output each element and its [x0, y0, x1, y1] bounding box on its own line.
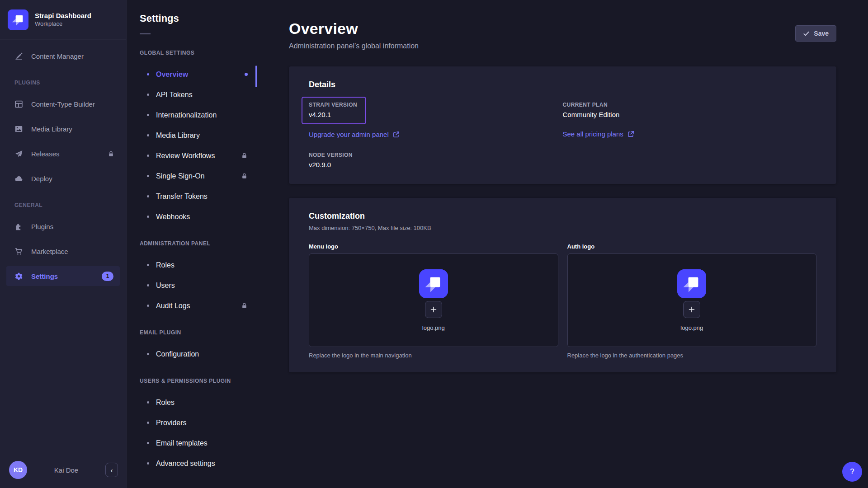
- subnav-item-email-configuration[interactable]: Configuration: [127, 344, 257, 364]
- auth-logo-upload-box[interactable]: logo.png: [567, 253, 817, 347]
- lock-icon: [241, 173, 248, 179]
- subnav-item-advanced-settings[interactable]: Advanced settings: [127, 453, 257, 474]
- bullet-icon: [147, 442, 149, 444]
- sidebar-item-releases[interactable]: Releases: [0, 144, 126, 164]
- customization-card-title: Customization: [309, 211, 816, 221]
- main-nav-list: Content Manager PLUGINS Content-Type Bui…: [0, 40, 126, 454]
- bullet-icon: [147, 175, 149, 177]
- subnav-item-audit-logs[interactable]: Audit Logs: [127, 296, 257, 316]
- workspace-brand[interactable]: Strapi Dashboard Workplace: [0, 0, 126, 40]
- sidebar-item-label: Deploy: [31, 175, 52, 183]
- upgrade-admin-panel-link[interactable]: Upgrade your admin panel: [309, 131, 400, 138]
- strapi-logo-preview: [419, 269, 448, 298]
- save-button[interactable]: Save: [795, 25, 836, 42]
- cloud-icon: [14, 174, 23, 183]
- sidebar-item-marketplace[interactable]: Marketplace: [0, 241, 126, 261]
- auth-logo-label: Auth logo: [567, 243, 817, 250]
- auth-logo-caption: Replace the logo in the authentication p…: [567, 352, 817, 359]
- bullet-icon: [147, 155, 149, 157]
- menu-logo-caption: Replace the logo in the main navigation: [309, 352, 558, 359]
- image-icon: [14, 125, 23, 133]
- subnav-item-email-templates[interactable]: Email templates: [127, 433, 257, 453]
- add-menu-logo-button[interactable]: [425, 301, 442, 318]
- subnav-item-providers[interactable]: Providers: [127, 413, 257, 433]
- sidebar-item-content-type-builder[interactable]: Content-Type Builder: [0, 94, 126, 114]
- page-header: Overview Administration panel’s global i…: [289, 20, 836, 50]
- external-link-icon: [393, 131, 400, 138]
- subnav-section-email-plugin: EMAIL PLUGIN: [127, 329, 257, 336]
- subnav-item-webhooks[interactable]: Webhooks: [127, 206, 257, 227]
- external-link-icon: [627, 131, 634, 137]
- menu-logo-filename: logo.png: [422, 324, 445, 331]
- customization-constraints: Max dimension: 750×750, Max file size: 1…: [309, 225, 816, 231]
- details-right-column: CURRENT PLAN Community Edition See all p…: [563, 97, 817, 169]
- sidebar-item-plugins[interactable]: Plugins: [0, 216, 126, 236]
- node-version-field: NODE VERSION v20.9.0: [309, 152, 563, 169]
- subnav-item-api-tokens[interactable]: API Tokens: [127, 84, 257, 105]
- bullet-icon: [147, 264, 149, 266]
- subnav-item-label: Review Workflows: [156, 152, 215, 160]
- bullet-icon: [147, 216, 149, 218]
- upgrade-link-label: Upgrade your admin panel: [309, 131, 389, 138]
- subnav-item-label: Users: [156, 282, 175, 290]
- subnav-item-review-workflows[interactable]: Review Workflows: [127, 145, 257, 166]
- subnav-item-up-roles[interactable]: Roles: [127, 392, 257, 413]
- bullet-icon: [147, 401, 149, 404]
- bullet-icon: [147, 353, 149, 355]
- puzzle-icon: [14, 222, 23, 231]
- collapse-sidebar-button[interactable]: ‹: [105, 463, 118, 477]
- menu-logo-field: Menu logo: [309, 243, 558, 359]
- auth-logo-field: Auth logo: [567, 243, 817, 359]
- subnav-item-label: Overview: [156, 70, 188, 79]
- chevron-left-icon: ‹: [111, 466, 113, 474]
- subnav-item-label: Email templates: [156, 439, 208, 447]
- subnav-item-single-sign-on[interactable]: Single Sign-On: [127, 166, 257, 186]
- bullet-icon: [147, 305, 149, 307]
- sidebar-item-deploy[interactable]: Deploy: [0, 169, 126, 188]
- strapi-logo-preview: [677, 269, 706, 298]
- pricing-link-label: See all pricing plans: [563, 130, 623, 138]
- subnav-item-overview[interactable]: Overview: [127, 64, 257, 84]
- help-button[interactable]: ?: [842, 462, 862, 482]
- plus-icon: [688, 306, 695, 313]
- sidebar-item-label: Content Manager: [31, 52, 84, 60]
- layout-grid-icon: [14, 100, 23, 108]
- user-avatar[interactable]: KD: [9, 461, 27, 479]
- page-title: Overview: [289, 20, 419, 38]
- current-plan-label: CURRENT PLAN: [563, 102, 817, 108]
- subnav-item-media-library[interactable]: Media Library: [127, 125, 257, 145]
- subnav-item-label: Roles: [156, 261, 175, 269]
- bullet-icon: [147, 422, 149, 424]
- subnav-item-internationalization[interactable]: Internationalization: [127, 105, 257, 125]
- cart-icon: [14, 247, 23, 256]
- subnav-item-admin-roles[interactable]: Roles: [127, 255, 257, 275]
- lock-icon: [108, 150, 114, 157]
- settings-notification-badge: 1: [102, 272, 113, 281]
- strapi-version-value: v4.20.1: [309, 111, 357, 118]
- main-content: Overview Administration panel’s global i…: [257, 0, 868, 488]
- subnav-section-users-permissions: USERS & PERMISSIONS PLUGIN: [127, 378, 257, 384]
- sidebar-item-content-manager[interactable]: Content Manager: [0, 46, 126, 66]
- plus-icon: [430, 306, 437, 313]
- subnav-item-admin-users[interactable]: Users: [127, 275, 257, 296]
- customization-card: Customization Max dimension: 750×750, Ma…: [289, 198, 836, 372]
- nav-section-plugins: PLUGINS: [0, 80, 126, 86]
- subnav-section-global-settings: GLOBAL SETTINGS: [127, 50, 257, 56]
- page-subtitle: Administration panel’s global informatio…: [289, 42, 419, 50]
- menu-logo-upload-box[interactable]: logo.png: [309, 253, 558, 347]
- sidebar-item-label: Media Library: [31, 125, 72, 133]
- save-button-label: Save: [814, 30, 829, 37]
- subnav-section-administration-panel: ADMINISTRATION PANEL: [127, 240, 257, 247]
- pricing-plans-link[interactable]: See all pricing plans: [563, 130, 634, 138]
- subnav-item-label: Audit Logs: [156, 302, 190, 310]
- add-auth-logo-button[interactable]: [683, 301, 700, 318]
- subnav-item-transfer-tokens[interactable]: Transfer Tokens: [127, 186, 257, 206]
- node-version-label: NODE VERSION: [309, 152, 563, 158]
- subnav-item-label: Configuration: [156, 350, 199, 358]
- sidebar-item-settings[interactable]: Settings 1: [6, 266, 120, 286]
- bullet-icon: [147, 134, 149, 136]
- sidebar-item-label: Settings: [31, 272, 58, 280]
- sidebar-item-label: Plugins: [31, 223, 53, 230]
- notification-dot-icon: [245, 73, 248, 76]
- sidebar-item-media-library[interactable]: Media Library: [0, 119, 126, 139]
